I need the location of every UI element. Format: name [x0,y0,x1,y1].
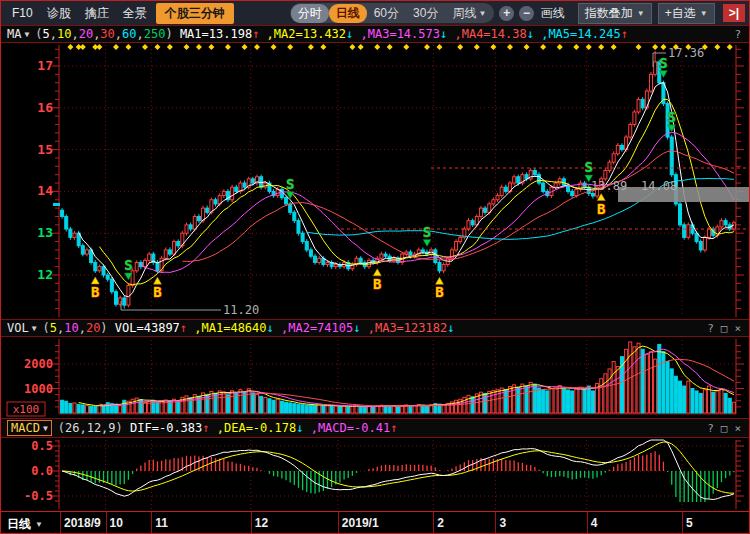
zoom-out-button[interactable]: − [519,6,534,21]
macd-row-value-1: ,DEA=-0.178 [217,421,296,435]
maximize-icon[interactable]: □ [721,422,728,435]
volume-chart[interactable]: 20001000x100 [1,337,750,418]
down-arrow-icon: ↓ [353,321,367,335]
timeline-separator [60,512,61,534]
menu-diagnose-stock[interactable]: 诊股 [40,3,78,24]
down-arrow-icon: ↓ [527,27,541,41]
macd-row-value-2: ,MACD=-0.41 [311,421,390,435]
help-icon[interactable]: ? [707,422,714,435]
svg-text:14.08: 14.08 [641,179,677,193]
ma-row-params: (5,10,20,30,60,250) [35,27,180,41]
vol-indicator-row: VOL▼(5,10,20) VOL=43897↑ ,MA1=48640↓ ,MA… [1,319,749,337]
draw-line-button[interactable]: 画线 [534,3,572,24]
sell-arrow-icon [423,240,431,247]
tab-weekly[interactable]: 周线▼ [445,4,493,23]
svg-text:13: 13 [37,225,53,240]
svg-text:13.89: 13.89 [591,179,627,193]
chevron-down-icon: ▼ [35,520,43,529]
timeline-axis: 日线▼ 2018/91011122019/12345 [1,511,749,534]
toolbar-right-tools: 画线 指数叠加▼ +自选▼ >| [534,3,745,24]
timeline-month-label: 2018/9 [64,516,101,530]
svg-text:17.36: 17.36 [668,46,704,60]
ma-row-dropdown[interactable]: MA▼ [7,27,29,41]
buy-marker: B [153,284,161,300]
price-highlight-bar [618,187,749,202]
timeline-separator [495,512,496,534]
svg-text:16: 16 [37,100,53,115]
menu-overview[interactable]: 全景 [116,3,154,24]
svg-text:1000: 1000 [24,382,53,396]
vol-row-value-1: ,MA1=48640 [194,321,266,335]
tab-60min[interactable]: 60分 [367,4,406,23]
top-toolbar: F10 诊股 擒庄 全景 个股三分钟 分时 日线 60分 30分 周线▼ + −… [1,1,749,25]
timeline-separator [682,512,683,534]
menu-f10[interactable]: F10 [5,4,40,22]
timeline-month-label: 12 [255,516,268,530]
chevron-down-icon: ▼ [43,424,48,433]
timeline-month-label: 2019/1 [342,516,379,530]
buy-arrow-icon [435,277,443,284]
chevron-down-icon: ▼ [478,9,486,18]
macd-row-params: (26,12,9) [58,421,130,435]
buy-marker: B [435,284,443,300]
stock-3min-button[interactable]: 个股三分钟 [156,3,234,24]
ma-row-window-icons: ? [734,28,741,41]
stock-chart-window: F10 诊股 擒庄 全景 个股三分钟 分时 日线 60分 30分 周线▼ + −… [0,0,750,534]
collapse-panel-button[interactable]: >| [723,4,745,22]
down-arrow-icon: ↓ [267,321,281,335]
buy-sell-markers: BSBSBSBSBSS [91,55,676,301]
macd-row-window-icons: ?□× [707,422,741,435]
buy-arrow-icon [91,277,99,284]
timeline-month-label: 2 [437,516,444,530]
ma30-line [182,151,734,262]
close-icon[interactable]: × [734,422,741,435]
last-price-tick [53,203,60,206]
period-selector-button[interactable]: 日线▼ [7,516,43,533]
add-watchlist-button[interactable]: +自选▼ [658,3,715,24]
menu-catch-banker[interactable]: 擒庄 [78,3,116,24]
sell-marker: S [585,159,593,175]
buy-marker: B [597,201,605,217]
macd-indicator-row: MACD▼(26,12,9) DIF=-0.383↑ ,DEA=-0.178↓ … [1,418,749,438]
tab-intraday[interactable]: 分时 [291,4,329,23]
svg-text:14: 14 [37,183,53,198]
candlestick-chart[interactable]: 171615141312BSBSBSBSBSS17.3611.2013.8914… [1,43,750,319]
timeline-month-label: 3 [499,516,506,530]
vol-row-window-icons: ?□× [707,322,741,335]
buy-marker: B [373,276,381,292]
tab-30min[interactable]: 30分 [406,4,445,23]
help-icon[interactable]: ? [734,28,741,41]
chevron-down-icon: ▼ [637,9,645,18]
up-arrow-icon: ↑ [252,27,266,41]
svg-text:0.5: 0.5 [31,439,53,453]
zoom-in-button[interactable]: + [499,6,514,21]
chevron-down-icon: ▼ [32,324,37,333]
macd-chart[interactable]: 0.50.0-0.5 [1,438,750,511]
up-arrow-icon: ↑ [390,421,404,435]
tab-daily[interactable]: 日线 [329,4,367,23]
ma-row-value-4: ,MA5=14.245 [541,27,620,41]
sell-marker: S [659,55,667,71]
vol-row-dropdown[interactable]: VOL▼ [7,321,37,335]
svg-text:0.0: 0.0 [31,464,53,478]
timeline-separator [106,512,107,534]
macd-row-dropdown[interactable]: MACD▼ [7,420,52,436]
index-overlay-button[interactable]: 指数叠加▼ [578,3,652,24]
up-arrow-icon: ↑ [202,421,216,435]
down-arrow-icon: ↓ [296,421,310,435]
maximize-icon[interactable]: □ [721,322,728,335]
buy-arrow-icon [153,277,161,284]
svg-text:12: 12 [37,267,53,282]
sell-marker: S [124,257,132,273]
close-icon[interactable]: × [734,322,741,335]
period-tab-group: 分时 日线 60分 30分 周线▼ [290,3,495,23]
ma20-line [141,133,734,273]
buy-marker: B [91,284,99,300]
help-icon[interactable]: ? [707,322,714,335]
ma-row-value-0: MA1=13.198 [180,27,252,41]
timeline-month-label: 5 [686,516,693,530]
up-arrow-icon: ↑ [621,27,635,41]
timeline-separator [433,512,434,534]
sell-marker: S [667,109,675,125]
buy-arrow-icon [373,269,381,276]
